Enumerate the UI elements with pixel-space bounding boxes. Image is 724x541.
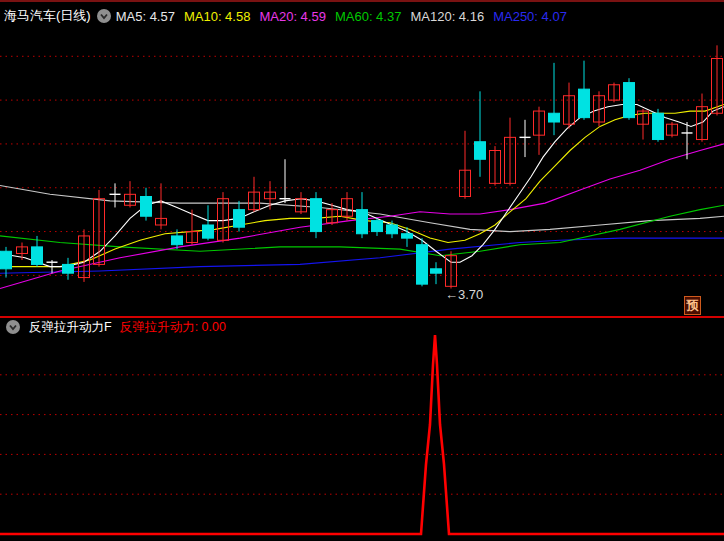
indicator-chart[interactable]	[0, 318, 724, 541]
forecast-badge[interactable]: 预	[684, 296, 701, 315]
stock-title[interactable]: 海马汽车(日线)	[4, 7, 91, 25]
candle-body	[311, 199, 322, 232]
candle-body	[357, 210, 368, 234]
ma-line-ma250	[0, 238, 724, 273]
candle-body	[372, 221, 383, 232]
ma-legend-item-ma5: MA5: 4.57	[116, 9, 175, 24]
candle-body	[172, 236, 183, 245]
candlestick-panel-header: 海马汽车(日线) MA5: 4.57MA10: 4.58MA20: 4.59MA…	[0, 2, 724, 30]
candle-body	[431, 269, 442, 273]
ma-legend: MA5: 4.57MA10: 4.58MA20: 4.59MA60: 4.37M…	[116, 9, 576, 24]
ma-legend-item-ma20: MA20: 4.59	[259, 9, 326, 24]
candle-body	[32, 247, 43, 265]
chevron-down-icon[interactable]	[97, 9, 111, 23]
trading-app-window: 海马汽车(日线) MA5: 4.57MA10: 4.58MA20: 4.59MA…	[0, 0, 724, 541]
candle-body	[402, 234, 413, 238]
ma-legend-item-ma10: MA10: 4.58	[184, 9, 251, 24]
ma-legend-item-ma60: MA60: 4.37	[335, 9, 402, 24]
candle-body	[579, 89, 590, 117]
candle-body	[475, 142, 486, 160]
ma-line-ma5	[0, 105, 724, 267]
momentum-spike-line	[0, 335, 724, 534]
candle-body	[1, 251, 12, 269]
candle-body	[63, 264, 74, 273]
candle-body	[141, 197, 152, 217]
candle-body	[203, 225, 214, 238]
ma-legend-item-ma250: MA250: 4.07	[493, 9, 567, 24]
candlestick-chart[interactable]	[0, 30, 724, 317]
candle-body	[387, 225, 398, 234]
low-price-annotation: ←3.70	[445, 287, 483, 302]
candle-body	[234, 210, 245, 228]
left-arrow-icon: ←	[445, 287, 458, 302]
candle-body	[417, 245, 428, 284]
candle-body	[549, 113, 560, 122]
ma-legend-item-ma120: MA120: 4.16	[410, 9, 484, 24]
low-price-label: 3.70	[458, 287, 483, 302]
candle-body	[624, 83, 635, 118]
candle-body	[653, 113, 664, 139]
